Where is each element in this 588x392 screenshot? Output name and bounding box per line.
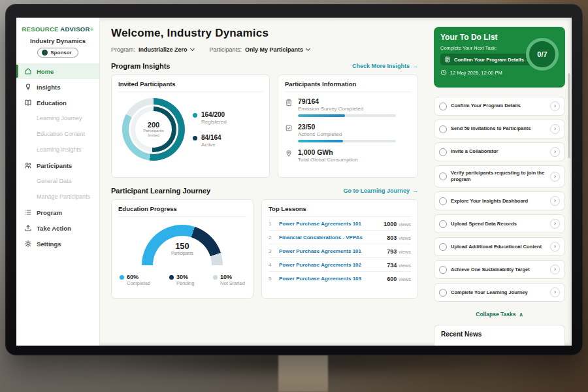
todo-summary-card: Your To Do List Complete Your Next Task:… <box>434 27 565 88</box>
donut-legend: 164/200 Registered 84/164 Active <box>193 111 227 148</box>
go-to-learning-journey-link[interactable]: Go to Learning Journey → <box>343 188 418 194</box>
legend-active: 84/164 Active <box>193 134 227 148</box>
legend-dot-registered <box>193 113 197 118</box>
lesson-row: 5 Power Purchase Agreements 103 600views <box>269 272 411 285</box>
sidebar-item-label: Learning Insights <box>37 146 82 153</box>
task-row-achieve-target[interactable]: Achieve One Sustainability Target › <box>434 260 565 279</box>
task-open-button[interactable]: › <box>550 265 560 274</box>
sidebar-item-education-content[interactable]: Education Content <box>16 126 99 142</box>
program-select-label: Program: <box>111 46 135 53</box>
sidebar-item-take-action[interactable]: Take Action <box>16 220 99 236</box>
sidebar-item-label: Learning Journey <box>37 115 82 122</box>
emission-survey-progressbar <box>298 114 396 117</box>
chevron-right-icon: › <box>554 149 556 155</box>
sidebar-item-general-data[interactable]: General Data <box>16 173 99 189</box>
collapse-tasks-button[interactable]: Collapse Tasks ∧ <box>434 311 565 318</box>
monitor-stand <box>278 353 328 392</box>
education-gauge-chart: 150 Participants <box>142 225 223 265</box>
sidebar-item-education[interactable]: Education <box>16 95 99 110</box>
section-title: Program Insights <box>111 62 170 70</box>
program-select[interactable]: Program: Industrialize Zero <box>111 46 194 53</box>
chevron-right-icon: › <box>554 198 556 204</box>
lesson-row: 4 Power Purchase Agreements 102 734views <box>269 258 411 272</box>
task-checkbox[interactable] <box>439 103 447 110</box>
chevron-right-icon: › <box>554 244 556 250</box>
task-row-confirm-program[interactable]: Confirm Your Program Details › <box>434 97 565 116</box>
home-icon <box>24 67 32 75</box>
sidebar-item-program[interactable]: Program <box>16 204 99 220</box>
task-open-button[interactable]: › <box>550 124 560 134</box>
task-checkbox[interactable] <box>439 220 447 228</box>
people-icon <box>24 161 32 169</box>
lesson-link[interactable]: Power Purchase Agreements 101 <box>279 248 383 254</box>
scrollbar-thumb[interactable] <box>568 73 570 158</box>
sidebar-item-label: Home <box>37 68 54 75</box>
sidebar-item-participants[interactable]: Participants <box>16 157 99 173</box>
participants-select[interactable]: Participants: Only My Participants <box>210 46 310 53</box>
task-open-button[interactable]: › <box>550 219 560 229</box>
role-badge-label: Sponsor <box>50 50 71 56</box>
sidebar-item-label: Participants <box>37 162 72 169</box>
learning-journey-header: Participant Learning Journey Go to Learn… <box>111 187 418 195</box>
recent-news-header: Recent News <box>434 325 565 346</box>
participants-select-value: Only My Participants <box>245 46 303 53</box>
info-row-consumption: 1,000 GWh Total Global Consumption <box>285 148 411 163</box>
chevron-right-icon: › <box>554 103 556 109</box>
chevron-right-icon: › <box>554 126 556 132</box>
gear-icon <box>24 240 32 248</box>
task-row-explore-insights[interactable]: Explore Your Insights Dashboard › <box>434 191 565 210</box>
legend-pending: 30% Pending <box>169 274 195 286</box>
gauge-center-label: Participants <box>142 251 223 255</box>
task-open-button[interactable]: › <box>550 172 560 182</box>
donut-center-value: 200 <box>148 121 159 129</box>
task-checkbox[interactable] <box>439 289 447 297</box>
task-row-invite-collaborator[interactable]: Invite a Collaborator › <box>434 142 565 161</box>
sidebar-item-learning-journey[interactable]: Learning Journey <box>16 110 99 126</box>
todo-progress-ring: 0/7 <box>526 38 559 71</box>
task-open-button[interactable]: › <box>550 242 560 252</box>
section-title: Participant Learning Journey <box>111 187 210 195</box>
task-row-send-invitations[interactable]: Send 50 Invitations to Participants › <box>434 120 565 139</box>
task-open-button[interactable]: › <box>550 196 560 206</box>
page-title: Welcome, Industry Dynamics <box>111 27 418 40</box>
brand-logo: RESOURCE ADVISOR+ <box>16 25 99 33</box>
list-icon <box>24 208 32 216</box>
next-task-button[interactable]: Confirm Your Program Details <box>440 54 531 65</box>
task-checkbox[interactable] <box>439 243 447 251</box>
sidebar-item-learning-insights[interactable]: Learning Insights <box>16 142 99 157</box>
program-select-value: Industrialize Zero <box>139 46 188 53</box>
sidebar-item-insights[interactable]: Insights <box>16 79 99 95</box>
arrow-right-icon: → <box>412 188 418 194</box>
brand-secondary: ADVISOR <box>59 25 90 33</box>
sidebar-item-home[interactable]: Home <box>16 63 99 79</box>
legend-dot-pending <box>169 275 174 280</box>
task-checkbox[interactable] <box>439 172 447 180</box>
legend-dot-not-started <box>213 275 218 280</box>
lesson-link[interactable]: Power Purchase Agreements 103 <box>279 276 383 282</box>
sidebar-item-settings[interactable]: Settings <box>16 236 99 252</box>
task-open-button[interactable]: › <box>550 147 560 157</box>
book-icon <box>24 99 32 106</box>
task-checkbox[interactable] <box>439 148 447 156</box>
sidebar-item-manage-participants[interactable]: Manage Participants <box>16 189 99 204</box>
document-icon <box>444 56 451 63</box>
lesson-link[interactable]: Financial Considerations - VPPAs <box>279 235 383 240</box>
gauge-center-value: 150 <box>142 241 223 251</box>
sidebar-item-label: Program <box>37 209 62 216</box>
lesson-link[interactable]: Power Purchase Agreements 101 <box>279 221 380 227</box>
task-open-button[interactable]: › <box>550 287 560 297</box>
donut-center-label: Participants Invited <box>140 129 167 139</box>
task-row-complete-learning-journey[interactable]: Complete Your Learning Journey › <box>434 283 565 302</box>
task-row-upload-spend-data[interactable]: Upload Spend Data Records › <box>434 214 565 233</box>
check-more-insights-link[interactable]: Check More Insights → <box>352 63 418 69</box>
lesson-row: 1 Power Purchase Agreements 101 1000view… <box>269 217 411 231</box>
chevron-right-icon: › <box>554 174 556 180</box>
task-open-button[interactable]: › <box>550 101 560 111</box>
task-checkbox[interactable] <box>439 197 447 205</box>
task-row-upload-educational-content[interactable]: Upload Additional Educational Content › <box>434 237 565 256</box>
lesson-link[interactable]: Power Purchase Agreements 102 <box>279 262 383 268</box>
task-row-verify-participants[interactable]: Verify participants requesting to join t… <box>434 165 565 188</box>
task-checkbox[interactable] <box>439 266 447 274</box>
sidebar-item-label: Insights <box>37 84 60 91</box>
task-checkbox[interactable] <box>439 125 447 133</box>
